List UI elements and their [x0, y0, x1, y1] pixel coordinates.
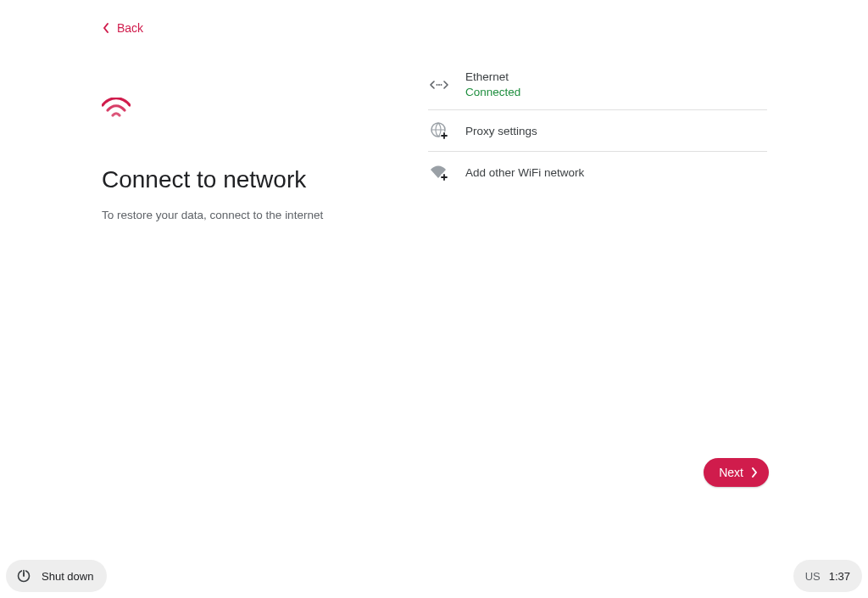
ethernet-icon [430, 79, 448, 91]
ethernet-status: Connected [465, 86, 520, 98]
ethernet-label: Ethernet [465, 70, 520, 83]
network-list: Ethernet Connected Proxy settings Add [428, 59, 767, 193]
clock: 1:37 [829, 570, 850, 583]
page-subtitle: To restore your data, connect to the int… [102, 209, 398, 221]
add-wifi-label: Add other WiFi network [465, 166, 584, 179]
ethernet-item[interactable]: Ethernet Connected [428, 59, 767, 110]
next-button[interactable]: Next [704, 458, 769, 487]
chevron-left-icon [102, 22, 110, 34]
svg-point-1 [438, 84, 440, 86]
proxy-label: Proxy settings [465, 125, 537, 137]
power-icon [16, 568, 31, 584]
chevron-right-icon [750, 467, 759, 478]
shutdown-button[interactable]: Shut down [6, 560, 107, 592]
next-label: Next [719, 466, 743, 479]
back-button[interactable]: Back [102, 21, 143, 35]
keyboard-indicator: US [805, 570, 821, 583]
wifi-icon [102, 98, 398, 120]
back-label: Back [117, 21, 143, 35]
add-wifi-item[interactable]: Add other WiFi network [428, 152, 767, 193]
proxy-settings-item[interactable]: Proxy settings [428, 110, 767, 152]
status-tray[interactable]: US 1:37 [793, 560, 862, 592]
shelf: Shut down US 1:37 [6, 560, 862, 592]
svg-point-0 [437, 84, 438, 86]
hero-section: Connect to network To restore your data,… [102, 98, 398, 221]
page-title: Connect to network [102, 166, 398, 193]
shutdown-label: Shut down [42, 570, 93, 583]
wifi-plus-icon [430, 163, 448, 182]
globe-plus-icon [430, 121, 448, 140]
svg-point-2 [441, 84, 442, 86]
